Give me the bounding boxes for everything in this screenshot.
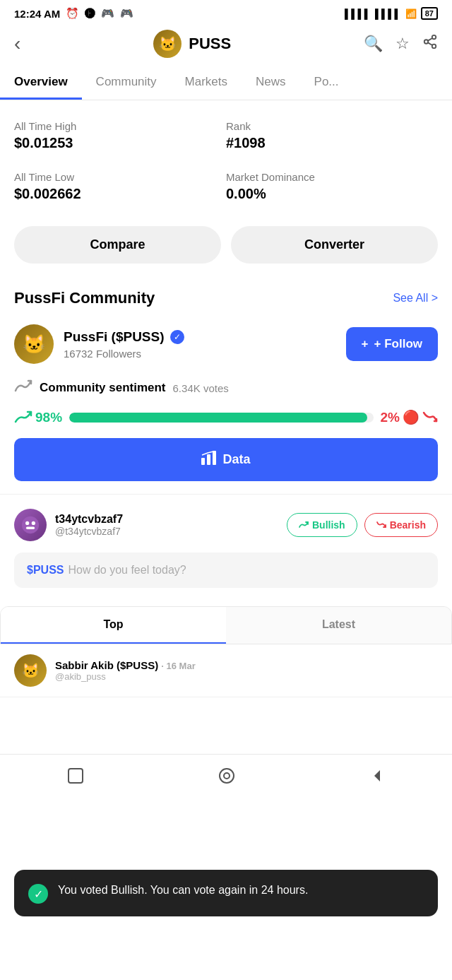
battery-indicator: 87 bbox=[421, 7, 438, 20]
facebook-icon: 🅕 bbox=[85, 8, 95, 20]
stats-grid: All Time High $0.01253 Rank #1098 All Ti… bbox=[0, 100, 452, 215]
sentiment-bar-row: 98% 2% 🔴 bbox=[14, 409, 438, 425]
svg-point-10 bbox=[32, 521, 35, 525]
data-button[interactable]: Data bbox=[14, 438, 438, 481]
plus-icon: + bbox=[362, 337, 369, 351]
action-buttons: Compare Converter bbox=[0, 215, 452, 283]
compare-button[interactable]: Compare bbox=[14, 226, 221, 264]
svg-marker-15 bbox=[374, 770, 380, 781]
profile-avatar: 🐱 bbox=[14, 324, 54, 364]
svg-rect-12 bbox=[69, 769, 83, 783]
rank: Rank #1098 bbox=[226, 113, 438, 164]
header: ‹ 🐱 PUSS 🔍 ☆ bbox=[0, 24, 452, 66]
svg-line-4 bbox=[428, 38, 432, 41]
market-dominance: Market Dominance 0.00% bbox=[226, 164, 438, 215]
svg-line-3 bbox=[428, 42, 432, 45]
profile-name-row: PussFi ($PUSS) ✓ bbox=[64, 329, 336, 345]
all-time-high: All Time High $0.01253 bbox=[14, 113, 226, 164]
tab-overview[interactable]: Overview bbox=[0, 66, 82, 100]
signal-icon2: ▌▌▌▌ bbox=[375, 8, 401, 19]
signal-icon1: ▌▌▌▌ bbox=[345, 8, 371, 19]
svg-point-14 bbox=[224, 773, 230, 779]
coin-avatar: 🐱 bbox=[153, 30, 182, 58]
svg-rect-11 bbox=[26, 527, 35, 529]
toast-notification: ✓ You voted Bullish. You can vote again … bbox=[14, 870, 438, 916]
post-input-box[interactable]: $PUSS How do you feel today? bbox=[14, 553, 438, 588]
wifi-icon: 📶 bbox=[405, 8, 417, 19]
bearish-vote-button[interactable]: Bearish bbox=[364, 513, 438, 537]
back-button[interactable]: ‹ bbox=[14, 33, 20, 55]
star-icon[interactable]: ☆ bbox=[396, 35, 410, 53]
follow-button[interactable]: + + Follow bbox=[346, 327, 438, 361]
nav-home-icon[interactable] bbox=[217, 766, 237, 790]
svg-point-8 bbox=[22, 516, 39, 533]
see-all-link[interactable]: See All > bbox=[393, 292, 438, 305]
alarm-icon: ⏰ bbox=[66, 7, 79, 20]
svg-rect-6 bbox=[207, 454, 210, 465]
sentiment-bar bbox=[69, 413, 374, 423]
sentiment-bar-fill bbox=[69, 413, 367, 423]
tab-top[interactable]: Top bbox=[1, 607, 226, 644]
posts-tabs: Top Latest bbox=[0, 606, 452, 644]
community-profile-row: 🐱 PussFi ($PUSS) ✓ 16732 Followers + + F… bbox=[0, 321, 452, 378]
post-item: 🐱 Sabbir Akib ($PUSS) · 16 Mar @akib_pus… bbox=[0, 644, 452, 697]
post-section: t34ytcvbzaf7 @t34ytcvbzaf7 Bullish Beari… bbox=[0, 494, 452, 606]
tab-portfolio[interactable]: Po... bbox=[300, 66, 353, 100]
bull-percentage: 98% bbox=[14, 410, 62, 425]
data-chart-icon bbox=[201, 451, 217, 468]
bullish-vote-button[interactable]: Bullish bbox=[287, 513, 357, 537]
nav-back-icon[interactable] bbox=[369, 767, 386, 789]
toast-content: You voted Bullish. You can vote again in… bbox=[58, 882, 308, 898]
vote-buttons: Bullish Bearish bbox=[287, 513, 438, 537]
header-title: 🐱 PUSS bbox=[153, 30, 231, 58]
header-actions: 🔍 ☆ bbox=[364, 34, 438, 54]
post-avatar: 🐱 bbox=[14, 654, 47, 687]
tab-news[interactable]: News bbox=[242, 66, 300, 100]
svg-rect-5 bbox=[201, 458, 205, 465]
nav-bar bbox=[0, 754, 452, 804]
search-icon[interactable]: 🔍 bbox=[364, 35, 383, 53]
user-info: t34ytcvbzaf7 @t34ytcvbzaf7 bbox=[55, 513, 278, 537]
all-time-low: All Time Low $0.002662 bbox=[14, 164, 226, 215]
community-section-header: PussFi Community See All > bbox=[0, 283, 452, 321]
profile-info: PussFi ($PUSS) ✓ 16732 Followers bbox=[64, 329, 336, 360]
post-meta: Sabbir Akib ($PUSS) · 16 Mar @akib_puss bbox=[55, 659, 196, 682]
game-icon1: 🎮 bbox=[101, 7, 114, 20]
status-time: 12:24 AM ⏰ 🅕 🎮 🎮 bbox=[14, 7, 133, 20]
verified-badge: ✓ bbox=[170, 330, 184, 344]
svg-rect-7 bbox=[213, 451, 216, 465]
nav-square-icon[interactable] bbox=[66, 767, 85, 789]
svg-point-13 bbox=[220, 769, 234, 783]
share-icon[interactable] bbox=[422, 34, 438, 54]
sentiment-header: Community sentiment 6.34K votes bbox=[14, 378, 438, 398]
tab-community[interactable]: Community bbox=[82, 66, 171, 100]
user-post-row: t34ytcvbzaf7 @t34ytcvbzaf7 Bullish Beari… bbox=[14, 509, 438, 541]
sentiment-section: Community sentiment 6.34K votes 98% 2% 🔴 bbox=[0, 378, 452, 494]
main-tabs: Overview Community Markets News Po... bbox=[0, 66, 452, 100]
game-icon2: 🎮 bbox=[120, 7, 133, 20]
converter-button[interactable]: Converter bbox=[231, 226, 438, 264]
toast-check-icon: ✓ bbox=[28, 884, 48, 904]
tab-latest[interactable]: Latest bbox=[226, 607, 451, 644]
status-bar: 12:24 AM ⏰ 🅕 🎮 🎮 ▌▌▌▌ ▌▌▌▌ 📶 87 bbox=[0, 0, 452, 24]
user-mini-avatar bbox=[14, 509, 47, 541]
tab-markets[interactable]: Markets bbox=[171, 66, 242, 100]
bear-percentage: 2% 🔴 bbox=[381, 409, 438, 425]
status-right: ▌▌▌▌ ▌▌▌▌ 📶 87 bbox=[345, 7, 438, 20]
svg-point-9 bbox=[25, 521, 29, 525]
sentiment-icon bbox=[14, 378, 32, 398]
